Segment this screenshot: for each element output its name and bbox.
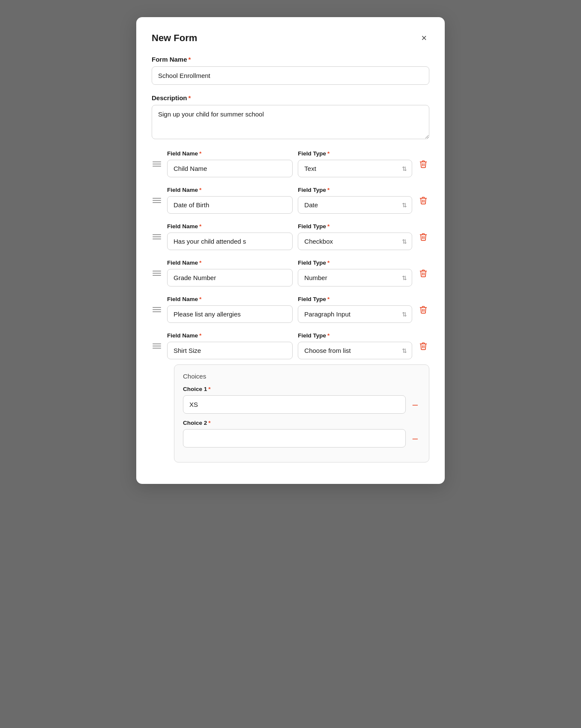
form-name-section: Form Name* <box>152 56 429 85</box>
field-row: Field Name*Field Type*TextDateCheckboxNu… <box>152 150 429 177</box>
delete-field-button[interactable] <box>417 267 429 279</box>
field-type-select[interactable]: TextDateCheckboxNumberParagraph InputCho… <box>298 160 412 177</box>
modal-header: New Form × <box>152 33 429 44</box>
choice-row: Choice 2*– <box>183 420 420 448</box>
field-type-label: Field Type* <box>298 296 412 302</box>
modal-title: New Form <box>152 33 197 44</box>
choice-label: Choice 1* <box>183 386 420 392</box>
delete-field-button[interactable] <box>417 231 429 243</box>
field-type-label: Field Type* <box>298 187 412 193</box>
field-type-select[interactable]: TextDateCheckboxNumberParagraph InputCho… <box>298 305 412 323</box>
field-name-col: Field Name* <box>167 296 293 323</box>
field-type-label: Field Type* <box>298 260 412 266</box>
field-row: Field Name*Field Type*TextDateCheckboxNu… <box>152 223 429 250</box>
choice-input-row: – <box>183 395 420 414</box>
drag-handle[interactable] <box>152 196 162 205</box>
field-type-label: Field Type* <box>298 223 412 230</box>
field-type-col: Field Type*TextDateCheckboxNumberParagra… <box>298 260 412 286</box>
field-name-input[interactable] <box>167 305 293 323</box>
drag-handle[interactable] <box>152 233 162 241</box>
field-type-select-wrapper: TextDateCheckboxNumberParagraph InputCho… <box>298 196 412 214</box>
field-name-label: Field Name* <box>167 260 293 266</box>
field-type-select[interactable]: TextDateCheckboxNumberParagraph InputCho… <box>298 342 412 359</box>
field-type-select-wrapper: TextDateCheckboxNumberParagraph InputCho… <box>298 233 412 250</box>
field-wrapper-4: Field Name*Field Type*TextDateCheckboxNu… <box>152 260 429 286</box>
field-wrapper-1: Field Name*Field Type*TextDateCheckboxNu… <box>152 150 429 177</box>
field-type-col: Field Type*TextDateCheckboxNumberParagra… <box>298 332 412 359</box>
choice-row: Choice 1*– <box>183 386 420 414</box>
form-name-input[interactable] <box>152 66 429 85</box>
field-name-input[interactable] <box>167 233 293 250</box>
field-type-col: Field Type*TextDateCheckboxNumberParagra… <box>298 150 412 177</box>
field-row: Field Name*Field Type*TextDateCheckboxNu… <box>152 296 429 323</box>
description-label: Description* <box>152 94 429 101</box>
drag-handle[interactable] <box>152 160 162 168</box>
field-wrapper-6: Field Name*Field Type*TextDateCheckboxNu… <box>152 332 429 462</box>
field-type-select[interactable]: TextDateCheckboxNumberParagraph InputCho… <box>298 196 412 214</box>
field-name-label: Field Name* <box>167 296 293 302</box>
choice-label: Choice 2* <box>183 420 420 426</box>
field-type-col: Field Type*TextDateCheckboxNumberParagra… <box>298 296 412 323</box>
field-name-col: Field Name* <box>167 187 293 214</box>
field-name-label: Field Name* <box>167 150 293 157</box>
field-type-select-wrapper: TextDateCheckboxNumberParagraph InputCho… <box>298 342 412 359</box>
field-row: Field Name*Field Type*TextDateCheckboxNu… <box>152 332 429 359</box>
new-form-modal: New Form × Form Name* Description* Field… <box>136 17 445 484</box>
field-row: Field Name*Field Type*TextDateCheckboxNu… <box>152 187 429 214</box>
form-name-label: Form Name* <box>152 56 429 63</box>
choice-input[interactable] <box>183 395 406 414</box>
description-input[interactable] <box>152 105 429 139</box>
field-wrapper-3: Field Name*Field Type*TextDateCheckboxNu… <box>152 223 429 250</box>
field-name-input[interactable] <box>167 269 293 286</box>
delete-field-button[interactable] <box>417 340 429 352</box>
remove-choice-button[interactable]: – <box>410 399 420 410</box>
field-type-select-wrapper: TextDateCheckboxNumberParagraph InputCho… <box>298 160 412 177</box>
field-type-select[interactable]: TextDateCheckboxNumberParagraph InputCho… <box>298 233 412 250</box>
field-name-label: Field Name* <box>167 332 293 339</box>
field-name-col: Field Name* <box>167 150 293 177</box>
choices-title: Choices <box>183 373 420 380</box>
fields-container: Field Name*Field Type*TextDateCheckboxNu… <box>152 150 429 462</box>
delete-field-button[interactable] <box>417 194 429 206</box>
field-name-label: Field Name* <box>167 223 293 230</box>
drag-handle[interactable] <box>152 342 162 350</box>
field-name-col: Field Name* <box>167 332 293 359</box>
field-name-input[interactable] <box>167 342 293 359</box>
field-name-col: Field Name* <box>167 223 293 250</box>
remove-choice-button[interactable]: – <box>410 433 420 444</box>
field-type-label: Field Type* <box>298 150 412 157</box>
field-type-col: Field Type*TextDateCheckboxNumberParagra… <box>298 223 412 250</box>
drag-handle[interactable] <box>152 305 162 314</box>
choice-input[interactable] <box>183 429 406 448</box>
delete-field-button[interactable] <box>417 158 429 170</box>
field-wrapper-2: Field Name*Field Type*TextDateCheckboxNu… <box>152 187 429 214</box>
close-button[interactable]: × <box>419 33 429 44</box>
description-section: Description* <box>152 94 429 141</box>
choice-input-row: – <box>183 429 420 448</box>
field-type-select-wrapper: TextDateCheckboxNumberParagraph InputCho… <box>298 305 412 323</box>
field-type-label: Field Type* <box>298 332 412 339</box>
field-name-label: Field Name* <box>167 187 293 193</box>
drag-handle[interactable] <box>152 269 162 277</box>
field-type-select-wrapper: TextDateCheckboxNumberParagraph InputCho… <box>298 269 412 286</box>
field-type-select[interactable]: TextDateCheckboxNumberParagraph InputCho… <box>298 269 412 286</box>
choices-section: ChoicesChoice 1*–Choice 2*– <box>174 364 429 462</box>
field-wrapper-5: Field Name*Field Type*TextDateCheckboxNu… <box>152 296 429 323</box>
field-name-input[interactable] <box>167 160 293 177</box>
delete-field-button[interactable] <box>417 304 429 316</box>
field-row: Field Name*Field Type*TextDateCheckboxNu… <box>152 260 429 286</box>
field-name-input[interactable] <box>167 196 293 214</box>
field-name-col: Field Name* <box>167 260 293 286</box>
field-type-col: Field Type*TextDateCheckboxNumberParagra… <box>298 187 412 214</box>
